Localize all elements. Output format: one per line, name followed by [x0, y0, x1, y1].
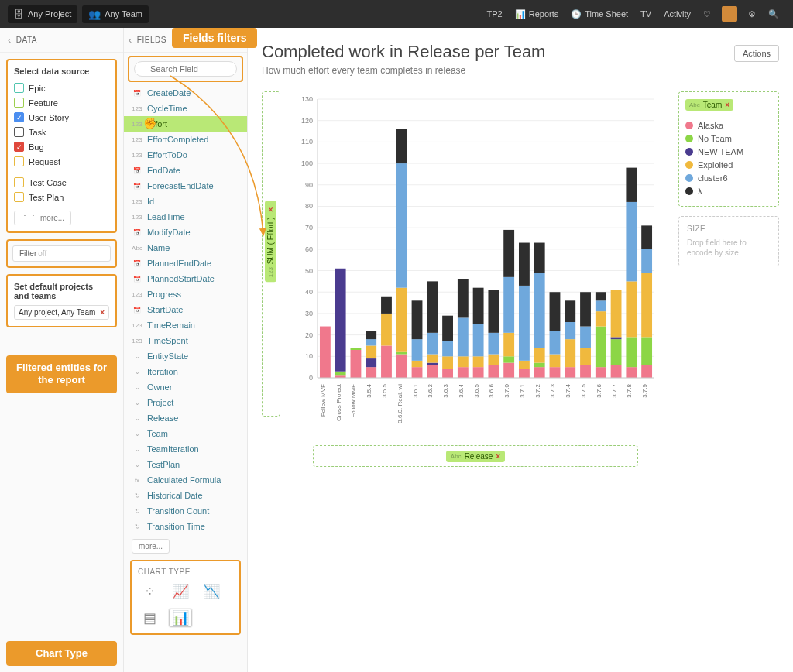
source-task[interactable]: Task [14, 125, 109, 139]
field-type-icon: 123 [132, 322, 142, 329]
filter-button[interactable]: Filteroff [12, 245, 111, 262]
clock-icon: 🕒 [571, 9, 582, 19]
svg-text:3.7.1: 3.7.1 [519, 383, 526, 397]
field-timespent[interactable]: 123TimeSpent [124, 333, 247, 348]
field-type-icon: 📅 [132, 276, 142, 283]
back-icon[interactable]: ‹ [8, 34, 12, 46]
chart-type-area[interactable]: 📉 [200, 582, 223, 601]
chart-type-scatter[interactable]: ⁘ [138, 582, 161, 601]
field-startdate[interactable]: 📅StartDate [124, 302, 247, 317]
svg-rect-114 [580, 292, 591, 326]
svg-rect-34 [351, 350, 362, 378]
field-transition-time[interactable]: ↻Transition Time [124, 519, 247, 534]
close-icon[interactable]: × [100, 308, 105, 317]
legend-item[interactable]: NEW TEAM [685, 147, 772, 156]
svg-rect-108 [565, 322, 575, 339]
project-team-selection[interactable]: Any project, Any Team × [14, 305, 109, 320]
source-user-story[interactable]: ✓User Story [14, 110, 109, 125]
chart-type-bar[interactable]: 📊 [169, 609, 192, 627]
chart-type-horizontal-bar[interactable]: ▤ [138, 609, 161, 627]
svg-rect-129 [626, 281, 637, 337]
back-icon[interactable]: ‹ [129, 34, 132, 46]
svg-text:3.7.3: 3.7.3 [549, 383, 556, 397]
svg-rect-130 [626, 202, 637, 281]
field-calculated-formula[interactable]: fxCalculated Formula [124, 472, 247, 488]
color-encoding-pill[interactable]: Abc Team × [685, 99, 733, 111]
team-selector[interactable]: 👥 Any Team [82, 5, 149, 23]
field-iteration[interactable]: ⌄Iteration [124, 364, 247, 379]
svg-rect-77 [473, 288, 484, 324]
source-test-case[interactable]: Test Case [14, 175, 109, 190]
source-test-plan[interactable]: Test Plan [14, 190, 109, 204]
close-icon[interactable]: × [725, 101, 729, 109]
team-selector-label: Any Team [105, 9, 142, 19]
nav-tv[interactable]: TV [640, 9, 651, 19]
source-feature[interactable]: Feature [14, 95, 109, 110]
more-fields-button[interactable]: more... [132, 539, 170, 554]
svg-rect-87 [503, 277, 514, 333]
legend-item[interactable]: No Team [685, 134, 772, 143]
svg-rect-102 [550, 355, 561, 368]
size-dropzone[interactable]: SIZE Drop field here to encode by size [678, 216, 779, 266]
avatar[interactable] [722, 6, 737, 22]
field-testplan[interactable]: ⌄TestPlan [124, 457, 247, 472]
svg-rect-40 [366, 339, 376, 345]
actions-button[interactable]: Actions [734, 45, 779, 62]
nav-reports[interactable]: 📊Reports [515, 9, 559, 19]
source-bug[interactable]: ✓Bug [14, 139, 109, 154]
field-team[interactable]: ⌄Team [124, 426, 247, 441]
field-type-icon: 123 [132, 152, 142, 159]
field-timeremain[interactable]: 123TimeRemain [124, 317, 247, 333]
svg-rect-41 [366, 331, 376, 339]
x-axis-encoding-pill[interactable]: Abc Release × [446, 451, 505, 462]
nav-tp2[interactable]: TP2 [487, 9, 503, 19]
svg-rect-44 [381, 314, 392, 346]
source-epic[interactable]: Epic [14, 81, 109, 95]
legend-item[interactable]: Exploited [685, 160, 772, 170]
project-selector-label: Any Project [28, 9, 71, 19]
svg-rect-103 [550, 331, 561, 354]
legend-color-icon [685, 135, 693, 142]
source-request[interactable]: Request [14, 154, 109, 169]
nav-activity[interactable]: Activity [664, 9, 691, 19]
svg-rect-60 [427, 355, 438, 363]
legend-color-icon [685, 122, 693, 129]
field-release[interactable]: ⌄Release [124, 410, 247, 426]
settings-icon[interactable]: ⚙ [748, 9, 756, 19]
field-project[interactable]: ⌄Project [124, 395, 247, 410]
svg-rect-84 [503, 363, 514, 378]
chart-type-line[interactable]: 📈 [169, 582, 192, 601]
checkbox-icon [14, 83, 24, 93]
field-type-icon: ⌄ [132, 415, 142, 422]
legend-item[interactable]: λ [685, 187, 772, 196]
data-panel: ‹ DATA Select data source EpicFeature✓Us… [0, 28, 124, 672]
field-type-icon: ⌄ [132, 461, 142, 468]
more-sources-button[interactable]: ⋮⋮more... [14, 211, 71, 225]
field-plannedstartdate[interactable]: 📅PlannedStartDate [124, 271, 247, 286]
field-teamiteration[interactable]: ⌄TeamIteration [124, 441, 247, 457]
search-icon[interactable]: 🔍 [768, 9, 779, 19]
legend-item[interactable]: Alaska [685, 121, 772, 130]
svg-rect-134 [641, 337, 652, 365]
nav-timesheet[interactable]: 🕒Time Sheet [571, 9, 628, 19]
svg-text:Follow MMF: Follow MMF [350, 384, 357, 418]
people-icon: 👥 [88, 9, 101, 20]
field-entitystate[interactable]: ⌄EntityState [124, 348, 247, 364]
svg-rect-56 [412, 300, 423, 339]
field-historical-date[interactable]: ↻Historical Date [124, 488, 247, 503]
legend-item[interactable]: cluster6 [685, 173, 772, 183]
svg-text:3.6.3: 3.6.3 [442, 383, 449, 397]
favorites-icon[interactable]: ♡ [703, 9, 711, 19]
svg-rect-131 [626, 168, 637, 202]
svg-rect-116 [596, 367, 606, 378]
close-icon[interactable]: × [496, 452, 500, 461]
field-transition-count[interactable]: ↻Transition Count [124, 503, 247, 519]
project-selector[interactable]: 🗄 Any Project [8, 5, 77, 23]
svg-text:3.6.4: 3.6.4 [458, 383, 465, 397]
x-axis-dropzone[interactable]: Abc Release × [313, 445, 638, 467]
svg-text:3.7.5: 3.7.5 [580, 383, 587, 397]
field-owner[interactable]: ⌄Owner [124, 379, 247, 395]
svg-text:30: 30 [305, 310, 313, 317]
field-progress[interactable]: 123Progress [124, 286, 247, 302]
svg-rect-133 [641, 365, 652, 378]
